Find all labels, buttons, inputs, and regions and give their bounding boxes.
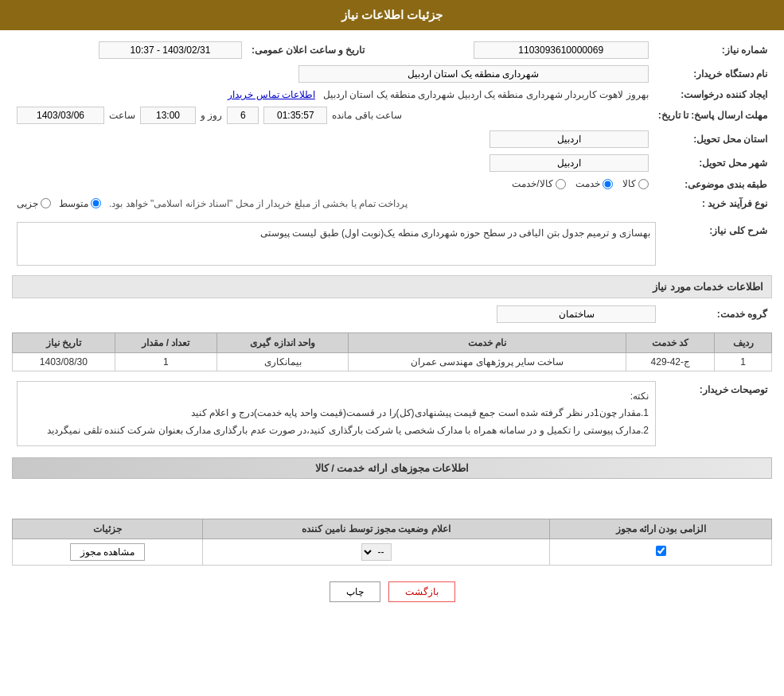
need-number-label: شماره نیاز:	[653, 38, 772, 62]
category-kala-label: کالا	[622, 178, 636, 189]
requester-text: بهروز لاهوت کاربردار شهرداری منطقه یک ار…	[323, 89, 649, 100]
need-number-input	[474, 41, 649, 59]
category-kala-radio[interactable]	[638, 179, 649, 189]
notes-label: توصیحات خریدار:	[661, 378, 772, 450]
deadline-time-input	[140, 107, 196, 124]
announce-label: تاریخ و ساعت اعلان عمومی:	[247, 38, 369, 62]
services-table: ردیف کد خدمت نام خدمت واحد اندازه گیری ت…	[12, 332, 772, 371]
footer-buttons: بازگشت چاپ	[12, 581, 772, 602]
cell-row: 1	[715, 352, 772, 371]
buyer-org-label: نام دستگاه خریدار:	[653, 62, 772, 86]
col-unit: واحد اندازه گیری	[217, 332, 349, 352]
deadline-remaining-label: ساعت باقی مانده	[332, 110, 402, 121]
col-name: نام خدمت	[348, 332, 626, 352]
license-section-title: اطلاعات مجوزهای ارائه خدمت / کالا	[12, 457, 772, 479]
service-section-header: اطلاعات خدمات مورد نیاز	[12, 275, 772, 298]
category-khadamat-label: خدمت	[575, 178, 600, 189]
category-khadamat-radio[interactable]	[603, 179, 613, 189]
purchase-motavasset-radio[interactable]	[91, 198, 101, 208]
category-kala-khadamat-radio[interactable]	[556, 179, 566, 189]
deadline-days-label: روز و	[201, 110, 222, 121]
purchase-jozyi-label: جزیی	[17, 198, 38, 209]
province-input	[490, 130, 649, 148]
buyer-org-input	[298, 65, 649, 83]
col-count: تعداد / مقدار	[115, 332, 217, 352]
license-details: مشاهده مجوز	[13, 539, 203, 566]
province-label: استان محل تحویل:	[653, 127, 772, 151]
notes-line3: 2.مدارک پیوستی را تکمیل و در سامانه همرا…	[24, 422, 649, 440]
deadline-label: مهلت ارسال پاسخ: تا تاریخ:	[653, 103, 772, 127]
purchase-type-label: نوع فرآیند خرید :	[653, 195, 772, 212]
license-table: الزامی بودن ارائه مجوز اعلام وضعیت مجوز …	[12, 519, 772, 566]
back-button[interactable]: بازگشت	[388, 581, 455, 602]
announce-input	[99, 41, 242, 59]
cell-code: ج-42-429	[626, 352, 715, 371]
table-row: 1 ج-42-429 ساخت سایر پروژههای مهندسی عمر…	[13, 352, 772, 371]
cell-count: 1	[115, 352, 217, 371]
service-group-input	[497, 305, 656, 323]
requester-label: ایجاد کننده درخواست:	[653, 86, 772, 103]
license-col-required: الزامی بودن ارائه مجوز	[550, 519, 772, 539]
license-status-select[interactable]: --	[361, 543, 392, 561]
category-label: طبقه بندی موضوعی:	[653, 175, 772, 195]
col-code: کد خدمت	[626, 332, 715, 352]
license-col-details: جزئیات	[13, 519, 203, 539]
deadline-days-input	[227, 107, 259, 124]
notes-box: نکته: 1.مقدار چون1در نظر گرفته شده است ج…	[17, 381, 656, 447]
purchase-note: پرداخت تمام یا بخشی از مبلغ خریدار از مح…	[109, 198, 408, 209]
cell-unit: بیمانکاری	[217, 352, 349, 371]
requester-contact-link[interactable]: اطلاعات تماس خریدار	[228, 89, 315, 100]
purchase-motavasset-label: متوسط	[59, 198, 88, 209]
license-status: --	[202, 539, 550, 566]
notes-line1: نکته:	[24, 388, 649, 406]
deadline-remaining-input	[263, 107, 327, 124]
category-kala-khadamat-label: کالا/خدمت	[512, 178, 552, 189]
page-header: جزئیات اطلاعات نیاز	[0, 0, 784, 30]
notes-line2: 1.مقدار چون1در نظر گرفته شده است جمع قیم…	[24, 405, 649, 422]
cell-name: ساخت سایر پروژههای مهندسی عمران	[348, 352, 626, 371]
col-date: تاریخ نیاز	[13, 332, 115, 352]
need-desc-box: بهسازی و ترمیم جدول بتن الیافی در سطح حو…	[17, 222, 656, 266]
city-label: شهر محل تحویل:	[653, 151, 772, 175]
cell-date: 1403/08/30	[13, 352, 115, 371]
purchase-jozyi-radio[interactable]	[41, 198, 51, 208]
col-row: ردیف	[715, 332, 772, 352]
service-group-label: گروه خدمت:	[661, 302, 772, 326]
deadline-date-input	[17, 107, 104, 124]
city-input	[490, 154, 649, 172]
license-col-status: اعلام وضعیت مجوز توسط نامین کننده	[202, 519, 550, 539]
print-button[interactable]: چاپ	[330, 581, 380, 602]
list-item: -- مشاهده مجوز	[13, 539, 772, 566]
deadline-time-label: ساعت	[109, 110, 135, 121]
need-desc-label: شرح کلی نیاز:	[661, 219, 772, 269]
view-license-button[interactable]: مشاهده مجوز	[70, 543, 145, 561]
license-required-checkbox	[550, 539, 772, 566]
